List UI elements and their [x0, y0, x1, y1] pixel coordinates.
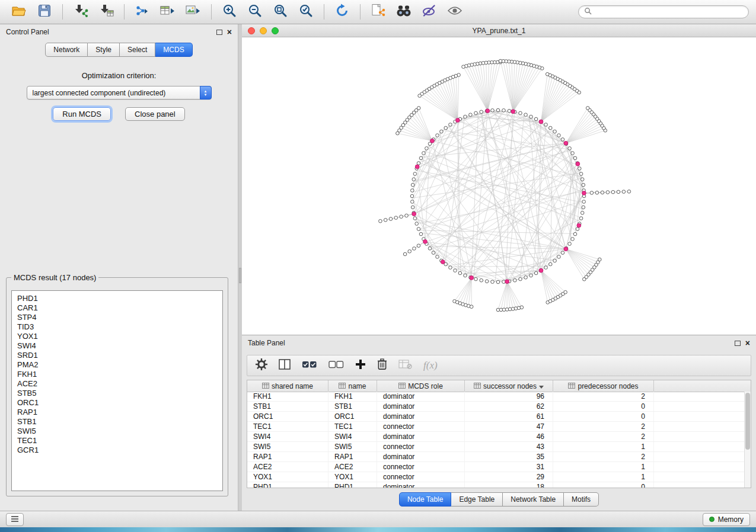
criterion-dropdown[interactable]: largest connected component (undirected)…	[27, 86, 212, 100]
mcds-result-item[interactable]: TEC1	[17, 436, 222, 446]
add-column-button[interactable]	[355, 359, 366, 372]
zoom-in-icon	[222, 4, 237, 20]
maximize-window-icon[interactable]	[272, 27, 279, 34]
table-body[interactable]: FKH1FKH1dominator962STB1STB1dominator620…	[247, 392, 744, 488]
zoom-selected-icon	[299, 4, 313, 20]
close-panel-icon[interactable]: ×	[227, 28, 232, 36]
close-panel-button[interactable]: Close panel	[125, 107, 185, 121]
export-network-button[interactable]	[130, 2, 154, 21]
mcds-result-item[interactable]: STP4	[17, 313, 222, 322]
mcds-result-item[interactable]: PHD1	[17, 294, 222, 303]
export-table-button[interactable]	[156, 2, 180, 21]
table-cell: ACE2	[328, 462, 377, 472]
table-cell: dominator	[377, 402, 465, 411]
mcds-result-item[interactable]: ORC1	[17, 398, 222, 408]
run-mcds-button[interactable]: Run MCDS	[53, 107, 111, 121]
network-window: YPA_prune.txt_1	[242, 24, 756, 335]
column-header-MCDS-role[interactable]: MCDS role	[377, 380, 465, 392]
tab-mcds[interactable]: MCDS	[155, 43, 192, 57]
tab-motifs[interactable]: Motifs	[564, 492, 599, 507]
delete-column-button[interactable]	[377, 358, 387, 373]
table-row[interactable]: ORC1ORC1dominator610	[247, 412, 744, 422]
import-table-icon	[98, 4, 114, 20]
show-columns-button[interactable]	[279, 359, 291, 372]
network-canvas[interactable]	[242, 37, 756, 335]
list-icon	[11, 514, 19, 525]
mcds-result-list[interactable]: PHD1CAR1STP4TID3YOX1SWI4SRD1PMA2FKH1ACE2…	[11, 290, 223, 491]
float-table-panel-icon[interactable]	[735, 341, 741, 346]
export-table-icon	[160, 4, 176, 20]
column-header-filler	[654, 380, 751, 392]
table-cell: dominator	[377, 412, 465, 421]
close-window-icon[interactable]	[248, 27, 255, 34]
float-panel-icon[interactable]	[216, 30, 222, 35]
mcds-result-item[interactable]: FKH1	[17, 370, 222, 379]
table-row[interactable]: STB1STB1dominator620	[247, 402, 744, 412]
table-cell: dominator	[377, 482, 465, 488]
mcds-result-item[interactable]: GCR1	[17, 446, 222, 455]
mcds-result-item[interactable]: STB1	[17, 417, 222, 427]
mcds-result-item[interactable]: TID3	[17, 322, 222, 332]
zoom-selected-button[interactable]	[294, 2, 318, 21]
close-table-panel-icon[interactable]: ×	[745, 339, 750, 347]
table-row[interactable]: TEC1TEC1connector472	[247, 422, 744, 432]
mcds-result-item[interactable]: STB5	[17, 389, 222, 398]
table-row[interactable]: FKH1FKH1dominator962	[247, 392, 744, 402]
table-row[interactable]: ACE2ACE2connector311	[247, 462, 744, 472]
table-row[interactable]: RAP1RAP1dominator352	[247, 452, 744, 462]
open-file-button[interactable]	[7, 2, 31, 21]
mcds-result-item[interactable]: PMA2	[17, 360, 222, 370]
export-image-button[interactable]	[181, 2, 205, 21]
table-cell: 2	[553, 422, 654, 431]
table-cell: 29	[465, 472, 553, 482]
zoom-in-button[interactable]	[218, 2, 241, 21]
tab-select[interactable]: Select	[120, 43, 155, 57]
deselect-all-button[interactable]	[328, 360, 344, 371]
column-header-name[interactable]: name	[328, 380, 377, 392]
network-graph-svg[interactable]	[242, 37, 756, 335]
scrollbar-thumb[interactable]	[745, 393, 750, 450]
zoom-fit-button[interactable]	[269, 2, 292, 21]
table-row[interactable]: PHD1PHD1dominator180	[247, 482, 744, 488]
column-header-predecessor-nodes[interactable]: predecessor nodes	[553, 380, 654, 392]
show-graphics-details-button[interactable]	[443, 2, 467, 21]
minimize-window-icon[interactable]	[260, 27, 267, 34]
hide-analyzer-button[interactable]	[417, 2, 441, 21]
mcds-result-item[interactable]: SWI5	[17, 427, 222, 436]
save-session-button[interactable]	[33, 2, 56, 21]
control-panel: Control Panel × Network Style Select MCD…	[0, 24, 238, 511]
import-table-button[interactable]	[94, 2, 118, 21]
zoom-out-button[interactable]	[243, 2, 267, 21]
mcds-result-item[interactable]: YOX1	[17, 332, 222, 341]
mcds-result-item[interactable]: CAR1	[17, 303, 222, 313]
tab-network[interactable]: Network	[45, 43, 88, 57]
table-row[interactable]: SWI5SWI5connector431	[247, 442, 744, 452]
mcds-result-item[interactable]: ACE2	[17, 379, 222, 389]
table-scrollbar[interactable]	[744, 392, 751, 488]
mcds-result-item[interactable]: SRD1	[17, 351, 222, 360]
select-all-button[interactable]	[302, 360, 317, 371]
mcds-result-item[interactable]: RAP1	[17, 408, 222, 417]
table-row[interactable]: YOX1YOX1connector291	[247, 472, 744, 482]
refresh-view-button[interactable]	[330, 2, 354, 21]
export-to-web-button[interactable]	[366, 2, 390, 21]
tab-network-table[interactable]: Network Table	[503, 492, 564, 507]
mcds-result-item[interactable]: SWI4	[17, 341, 222, 351]
search-network-button[interactable]	[392, 2, 416, 21]
toolbar-search[interactable]	[578, 5, 749, 18]
tab-node-table[interactable]: Node Table	[399, 492, 452, 507]
memory-button[interactable]: Memory	[703, 513, 750, 526]
import-network-button[interactable]	[69, 2, 92, 21]
table-cell: ORC1	[247, 412, 328, 421]
table-settings-button[interactable]	[256, 358, 267, 373]
search-input[interactable]	[595, 7, 743, 17]
document-share-icon	[371, 4, 385, 20]
tab-style[interactable]: Style	[88, 43, 120, 57]
column-header-successor-nodes[interactable]: successor nodes	[465, 380, 553, 392]
table-row[interactable]: SWI4SWI4dominator462	[247, 432, 744, 442]
tab-edge-table[interactable]: Edge Table	[451, 492, 503, 507]
status-menu-button[interactable]	[6, 513, 24, 526]
column-header-shared-name[interactable]: shared name	[247, 380, 328, 392]
table-cell: ACE2	[247, 462, 328, 472]
table-cell: 1	[553, 462, 654, 472]
